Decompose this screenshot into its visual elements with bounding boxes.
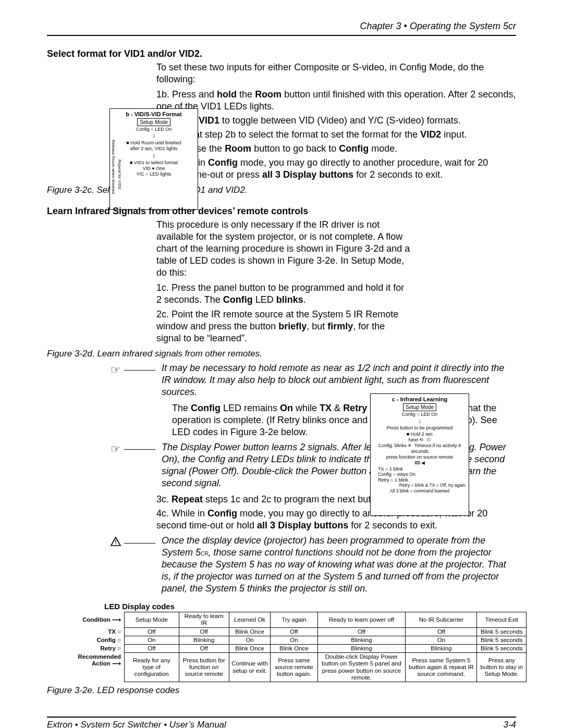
section2-title: Learn Infrared Signals from other device… [47, 206, 516, 217]
section2-steps-a: 1c. Press the panel button to be program… [156, 282, 412, 344]
footer-rule [47, 717, 516, 718]
note-icon: ☞ [104, 362, 162, 377]
footer-page-number: 3-4 [503, 720, 516, 728]
step-1b: 1b. Press and hold the Room button until… [156, 89, 516, 113]
step-1c: 1c. Press the panel button to be program… [156, 282, 412, 306]
section1-intro: To set these two inputs for either Compo… [156, 61, 516, 85]
table-row: Retry ○ OffOff Blink OnceBlink Once Blin… [68, 645, 527, 653]
note-hold-remote: ☞ It may be necessary to hold remote as … [47, 362, 516, 398]
figure-3-2d-caption: Figure 3-2d. Learn infrared signals from… [47, 349, 516, 359]
flowchart-c: c - Infrared Learning Setup Mode Config … [370, 393, 469, 516]
led-table-title: LED Display codes [104, 602, 516, 611]
step-2b: 2b. Press VID1 to toggle between VID (Vi… [156, 115, 516, 127]
condition-label: Condition ⟶ [68, 612, 124, 627]
table-row: TX ○ OffOff Blink OnceOff OffOff Blink 5… [68, 627, 527, 636]
header-rule [47, 35, 516, 36]
note-icon: ☞ [104, 441, 162, 456]
flowchart-b: b - VID/S-VID Format Setup Mode Config ○… [109, 108, 198, 210]
table-row-action: Recommended Action ⟶ Ready for any type … [68, 653, 527, 682]
figure-3-2e-caption: Figure 3-2e. LED response codes [47, 685, 516, 696]
step-5b: 5b. While in Config mode, you may go dir… [156, 157, 516, 181]
section1-steps: 1b. Press and hold the Room button until… [156, 89, 516, 181]
footer-left: Extron • System 5cr Switcher • User’s Ma… [47, 720, 226, 728]
table-row: Config ○ OnBlinking OnOn BlinkingOn Blin… [68, 636, 527, 644]
section2-intro: This procedure is only necessary if the … [156, 219, 412, 279]
step-3b: 3b. Repeat step 2b to select the format … [156, 129, 516, 141]
led-response-codes-table: Condition ⟶ Setup Mode Ready to learn IR… [68, 612, 527, 682]
step-2c: 2c. Point the IR remote source at the Sy… [156, 309, 412, 344]
warning-projector: ! Once the display device (projector) ha… [47, 535, 516, 595]
page-footer: Extron • System 5cr Switcher • User’s Ma… [47, 720, 516, 728]
manual-page: Chapter 3 • Operating the System 5cr Sel… [0, 0, 563, 728]
chapter-header: Chapter 3 • Operating the System 5cr [47, 21, 516, 32]
section1-title: Select format for VID1 and/or VID2. [47, 48, 516, 59]
svg-text:!: ! [115, 539, 117, 545]
warning-icon: ! [104, 535, 162, 549]
step-4b: 4b. Release the Room button to go back t… [156, 143, 516, 155]
